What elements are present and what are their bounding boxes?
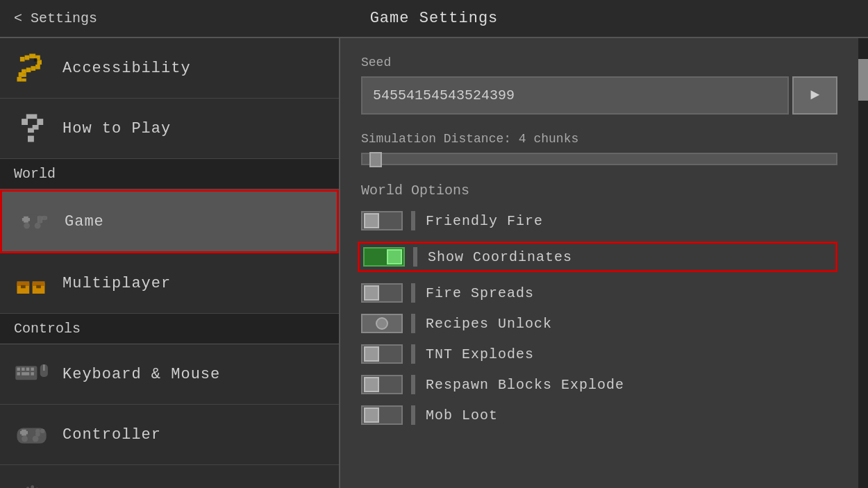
svg-rect-57 (31, 485, 33, 488)
mob-loot-toggle[interactable] (361, 405, 403, 425)
svg-rect-10 (17, 77, 22, 82)
simulation-distance-label: Simulation Distance: 4 chunks (361, 132, 837, 146)
show-coordinates-label: Show Coordinates (428, 249, 572, 265)
tnt-explodes-knob (364, 346, 379, 362)
tnt-explodes-label: TNT Explodes (426, 346, 534, 362)
header: < Settings Game Settings (0, 0, 868, 38)
svg-rect-43 (22, 372, 29, 375)
svg-point-51 (40, 429, 45, 434)
svg-rect-4 (37, 60, 42, 65)
question-icon (14, 111, 49, 146)
respawn-blocks-explode-divider (411, 375, 415, 394)
sidebar-item-multiplayer[interactable]: Multiplayer (0, 253, 339, 314)
seed-input[interactable] (361, 76, 789, 115)
svg-rect-6 (31, 66, 35, 71)
respawn-blocks-explode-label: Respawn Blocks Explode (426, 377, 624, 393)
sidebar-item-touch[interactable]: Touch (0, 465, 339, 488)
sidebar: Accessibility How to Play World (0, 38, 340, 488)
svg-rect-15 (37, 119, 43, 125)
friendly-fire-toggle[interactable] (361, 211, 403, 230)
svg-rect-36 (36, 285, 41, 288)
keyboard-icon (14, 357, 49, 392)
svg-point-30 (35, 223, 41, 229)
fire-spreads-row: Fire Spreads (361, 283, 837, 303)
world-options-label: World Options (361, 183, 837, 199)
content-area: Seed ► Simulation Distance: 4 chunks Wor… (340, 38, 858, 488)
recipes-unlock-toggle[interactable] (361, 314, 403, 333)
tnt-explodes-divider (411, 344, 415, 364)
sidebar-item-accessibility[interactable]: Accessibility (0, 38, 339, 99)
svg-point-28 (37, 219, 42, 224)
game-controller-icon (16, 204, 51, 239)
friendly-fire-divider (411, 211, 415, 230)
svg-rect-40 (26, 368, 29, 371)
fire-spreads-divider (411, 283, 415, 303)
show-coordinates-divider (413, 247, 417, 267)
svg-rect-2 (29, 53, 35, 58)
friendly-fire-knob (364, 213, 379, 228)
respawn-blocks-explode-row: Respawn Blocks Explode (361, 375, 837, 394)
scrollbar-thumb[interactable] (858, 59, 868, 101)
keyboard-mouse-label: Keyboard & Mouse (62, 366, 220, 383)
simulation-distance-slider-container (361, 153, 837, 165)
key-icon (14, 51, 49, 85)
svg-rect-39 (22, 368, 24, 371)
show-coordinates-toggle[interactable] (363, 247, 405, 267)
recipes-unlock-label: Recipes Unlock (426, 316, 552, 332)
svg-rect-14 (26, 114, 37, 119)
how-to-play-label: How to Play (62, 120, 171, 137)
sidebar-item-keyboard-mouse[interactable]: Keyboard & Mouse (0, 344, 339, 405)
main-layout: Accessibility How to Play World (0, 38, 868, 488)
svg-point-53 (22, 436, 28, 442)
tnt-explodes-row: TNT Explodes (361, 344, 837, 364)
show-coordinates-knob (387, 249, 402, 264)
svg-rect-49 (22, 430, 26, 436)
sidebar-item-how-to-play[interactable]: How to Play (0, 99, 339, 159)
multiplayer-label: Multiplayer (62, 275, 171, 292)
svg-rect-42 (17, 372, 19, 375)
seed-arrow-button[interactable]: ► (792, 76, 837, 115)
svg-point-27 (42, 216, 47, 221)
seed-label: Seed (361, 56, 837, 69)
show-coordinates-row: Show Coordinates (358, 242, 837, 272)
svg-point-54 (33, 436, 39, 442)
sidebar-item-controller[interactable]: Controller (0, 405, 339, 465)
fire-spreads-toggle[interactable] (361, 283, 403, 303)
svg-rect-38 (17, 368, 19, 371)
svg-rect-7 (26, 67, 31, 72)
respawn-blocks-explode-toggle[interactable] (361, 375, 403, 394)
mob-loot-divider (411, 405, 415, 425)
svg-rect-17 (28, 128, 34, 133)
multiplayer-icon (14, 266, 49, 301)
respawn-blocks-explode-knob (364, 377, 379, 392)
svg-rect-18 (28, 136, 34, 142)
sidebar-item-game[interactable]: Game (0, 190, 339, 253)
svg-rect-22 (24, 217, 28, 223)
tnt-explodes-toggle[interactable] (361, 344, 403, 364)
svg-rect-41 (31, 368, 33, 371)
svg-rect-13 (34, 58, 37, 61)
scrollbar-track[interactable] (858, 38, 868, 488)
accessibility-label: Accessibility (62, 60, 191, 77)
svg-rect-44 (31, 372, 33, 375)
fire-spreads-label: Fire Spreads (426, 285, 534, 301)
recipes-unlock-divider (411, 314, 415, 333)
svg-rect-5 (35, 65, 40, 69)
world-section-header: World (0, 159, 339, 190)
page-title: Game Settings (370, 10, 499, 27)
svg-rect-0 (20, 57, 25, 62)
svg-rect-1 (25, 56, 30, 60)
mob-loot-row: Mob Loot (361, 405, 837, 425)
svg-rect-33 (21, 285, 26, 288)
back-button[interactable]: < Settings (14, 10, 97, 26)
friendly-fire-label: Friendly Fire (426, 213, 543, 229)
simulation-distance-slider-track[interactable] (361, 153, 837, 165)
controller2-icon (14, 417, 49, 452)
touch-icon (14, 478, 49, 488)
svg-point-29 (24, 223, 30, 229)
simulation-distance-slider-thumb[interactable] (369, 152, 382, 167)
fire-spreads-knob (364, 285, 379, 301)
svg-point-52 (35, 432, 40, 437)
recipes-unlock-row: Recipes Unlock (361, 314, 837, 333)
controls-section-header: Controls (0, 314, 339, 344)
